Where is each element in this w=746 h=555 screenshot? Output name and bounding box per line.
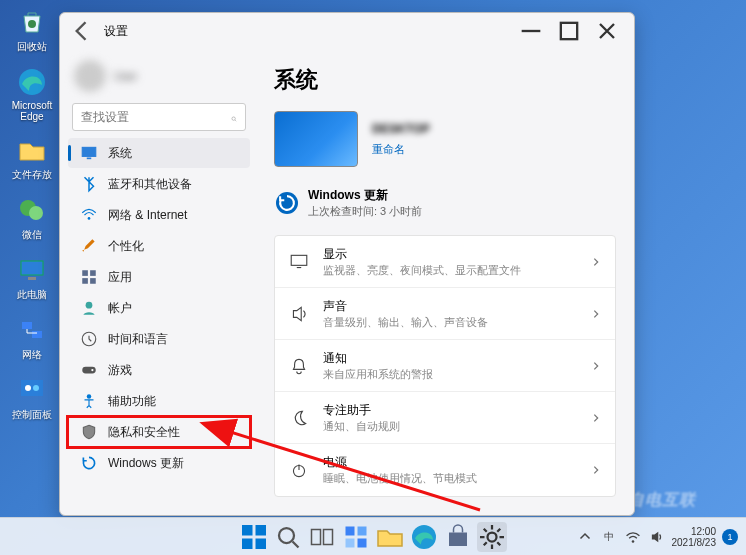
wifi-icon[interactable]: [624, 528, 642, 546]
sidebar-item-accessibility[interactable]: 辅助功能: [68, 386, 250, 416]
tray-chevron[interactable]: [576, 528, 594, 546]
sidebar-item-brush[interactable]: 个性化: [68, 231, 250, 261]
account-icon: [80, 299, 98, 317]
sidebar-item-update[interactable]: Windows 更新: [68, 448, 250, 478]
device-card: DESKTOP 重命名: [274, 111, 616, 167]
settings-row-sound[interactable]: 声音音量级别、输出、输入、声音设备: [275, 288, 615, 340]
svg-rect-34: [324, 529, 333, 544]
moon-icon: [289, 408, 309, 428]
rename-link[interactable]: 重命名: [372, 142, 430, 157]
svg-point-41: [631, 540, 634, 543]
desktop-icon-control[interactable]: 控制面板: [8, 374, 56, 422]
settings-taskbar-button[interactable]: [477, 522, 507, 552]
edge-button[interactable]: [409, 522, 439, 552]
minimize-button[interactable]: [512, 17, 550, 45]
bluetooth-icon: [80, 175, 98, 193]
wifi-icon: [80, 206, 98, 224]
back-button[interactable]: [68, 17, 96, 45]
svg-point-9: [25, 385, 31, 391]
sidebar-item-privacy[interactable]: 隐私和安全性: [68, 417, 250, 447]
svg-point-12: [232, 117, 235, 120]
user-profile[interactable]: User: [66, 55, 256, 97]
clock[interactable]: 12:00 2021/8/23: [672, 526, 717, 548]
desktop-icon-pc[interactable]: 此电脑: [8, 254, 56, 302]
desktop-icon-label: 微信: [22, 228, 42, 242]
svg-point-0: [28, 20, 36, 28]
ime-icon[interactable]: 中: [600, 528, 618, 546]
taskview-button[interactable]: [307, 522, 337, 552]
desktop-icon-folder[interactable]: 文件存放: [8, 134, 56, 182]
search-button[interactable]: [273, 522, 303, 552]
svg-rect-7: [32, 331, 42, 338]
windows-icon: [239, 522, 269, 552]
desktop-icon-label: 回收站: [17, 40, 47, 54]
svg-rect-14: [87, 158, 92, 160]
desktop-icon-network[interactable]: 网络: [8, 314, 56, 362]
search-box[interactable]: [72, 103, 246, 131]
sidebar-item-label: 游戏: [108, 362, 132, 379]
notification-badge[interactable]: 1: [722, 529, 738, 545]
edge-icon: [409, 522, 439, 552]
sidebar-item-apps[interactable]: 应用: [68, 262, 250, 292]
sidebar-item-label: 网络 & Internet: [108, 207, 187, 224]
search-input[interactable]: [81, 110, 231, 124]
svg-rect-11: [561, 23, 577, 39]
svg-rect-29: [256, 525, 267, 536]
sidebar-item-account[interactable]: 帐户: [68, 293, 250, 323]
sidebar-item-wifi[interactable]: 网络 & Internet: [68, 200, 250, 230]
avatar: [74, 60, 106, 92]
svg-point-3: [29, 206, 43, 220]
search-icon: [231, 108, 237, 126]
desktop-icon-wechat[interactable]: 微信: [8, 194, 56, 242]
desktop-icon-label: 网络: [22, 348, 42, 362]
update-icon: [80, 454, 98, 472]
svg-point-20: [86, 302, 93, 309]
explorer-button[interactable]: [375, 522, 405, 552]
store-button[interactable]: [443, 522, 473, 552]
settings-row-power[interactable]: 电源睡眠、电池使用情况、节电模式: [275, 444, 615, 496]
desktop-icon-recycle[interactable]: 回收站: [8, 6, 56, 54]
page-title: 系统: [274, 65, 616, 95]
sidebar: User 系统蓝牙和其他设备网络 & Internet个性化应用帐户时间和语言游…: [60, 49, 256, 515]
date-text: 2021/8/23: [672, 537, 717, 548]
gaming-icon: [80, 361, 98, 379]
svg-rect-25: [291, 255, 307, 265]
store-icon: [443, 522, 473, 552]
settings-row-bell[interactable]: 通知来自应用和系统的警报: [275, 340, 615, 392]
desktop-icons: 回收站Microsoft Edge文件存放微信此电脑网络控制面板: [8, 6, 56, 422]
device-name: DESKTOP: [372, 122, 430, 136]
row-title: 通知: [323, 350, 433, 367]
settings-row-display[interactable]: 显示监视器、亮度、夜间模式、显示配置文件: [275, 236, 615, 288]
row-title: 电源: [323, 454, 477, 471]
power-icon: [289, 460, 309, 480]
close-button[interactable]: [588, 17, 626, 45]
settings-row-moon[interactable]: 专注助手通知、自动规则: [275, 392, 615, 444]
apps-icon: [80, 268, 98, 286]
taskview-icon: [307, 522, 337, 552]
display-icon: [289, 252, 309, 272]
row-title: 显示: [323, 246, 521, 263]
sidebar-item-time[interactable]: 时间和语言: [68, 324, 250, 354]
gear-icon: [477, 522, 507, 552]
maximize-button[interactable]: [550, 17, 588, 45]
svg-rect-38: [358, 538, 367, 547]
sidebar-item-bluetooth[interactable]: 蓝牙和其他设备: [68, 169, 250, 199]
update-icon: [276, 192, 298, 214]
widgets-button[interactable]: [341, 522, 371, 552]
svg-rect-30: [242, 538, 253, 549]
chevron-right-icon: [591, 409, 601, 427]
folder-icon: [16, 134, 48, 166]
start-button[interactable]: [239, 522, 269, 552]
update-status[interactable]: Windows 更新 上次检查时间: 3 小时前: [274, 181, 616, 235]
sidebar-item-label: Windows 更新: [108, 455, 184, 472]
desktop-icon-edge[interactable]: Microsoft Edge: [8, 66, 56, 122]
sidebar-item-system[interactable]: 系统: [68, 138, 250, 168]
settings-window: 设置 User 系统蓝牙和其他设备网络 & Internet个性化应用帐户时间和…: [59, 12, 635, 516]
system-tray: 中 12:00 2021/8/23 1: [576, 526, 747, 548]
volume-icon[interactable]: [648, 528, 666, 546]
wechat-icon: [16, 194, 48, 226]
content-area: 系统 DESKTOP 重命名 Windows 更新 上次检查时间: 3 小时前 …: [256, 49, 634, 515]
sidebar-item-gaming[interactable]: 游戏: [68, 355, 250, 385]
svg-rect-35: [346, 526, 355, 535]
svg-point-32: [279, 528, 294, 543]
